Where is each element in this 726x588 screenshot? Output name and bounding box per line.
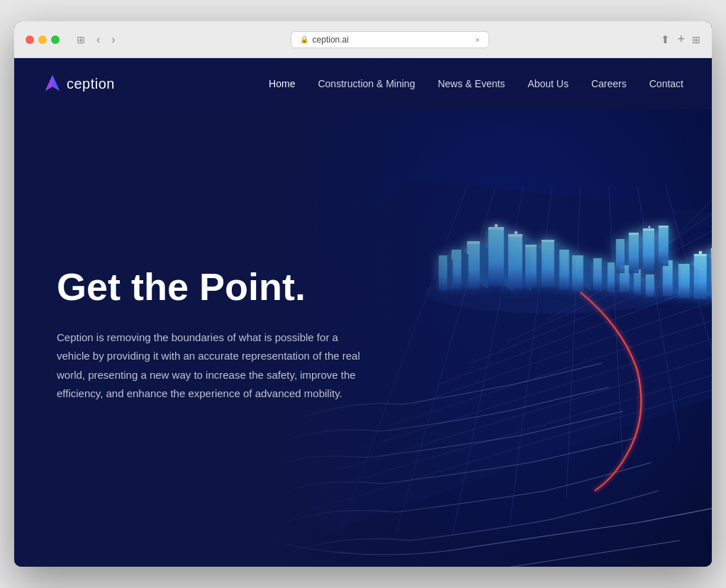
address-bar-wrap: 🔒 ception.ai × [127, 31, 653, 48]
share-icon[interactable]: ⬆ [661, 33, 670, 46]
browser-chrome: ⊞ ‹ › 🔒 ception.ai × ⬆ + ⊞ [14, 21, 712, 58]
minimize-window-button[interactable] [38, 35, 47, 44]
nav-construction[interactable]: Construction & Mining [318, 78, 415, 89]
close-window-button[interactable] [26, 35, 34, 44]
navbar: ception Home Construction & Mining News … [14, 58, 712, 109]
hero-description: Ception is removing the boundaries of wh… [57, 328, 369, 403]
hero-title: Get the Point. [57, 265, 425, 309]
hero-content: Get the Point. Ception is removing the b… [57, 236, 425, 403]
new-tab-icon[interactable]: + [677, 32, 685, 47]
website-content: ception Home Construction & Mining News … [14, 58, 712, 567]
tab-close-button[interactable]: × [475, 35, 479, 44]
back-button[interactable]: ‹ [94, 32, 103, 48]
nav-contact[interactable]: Contact [649, 78, 683, 89]
nav-news[interactable]: News & Events [437, 78, 505, 89]
traffic-lights [26, 35, 60, 44]
lock-icon: 🔒 [300, 35, 308, 43]
nav-links: Home Construction & Mining News & Events… [269, 78, 683, 89]
svg-marker-78 [52, 75, 60, 91]
sidebar-toggle-icon[interactable]: ⊞ [74, 33, 88, 47]
nav-careers[interactable]: Careers [591, 78, 627, 89]
nav-home[interactable]: Home [269, 78, 295, 89]
nav-about[interactable]: About Us [527, 78, 569, 89]
browser-controls: ⊞ ‹ › [74, 32, 118, 48]
svg-marker-77 [45, 75, 52, 91]
logo-icon [43, 74, 62, 94]
address-bar[interactable]: 🔒 ception.ai × [291, 31, 489, 48]
forward-button[interactable]: › [108, 32, 118, 48]
logo[interactable]: ception [43, 74, 115, 94]
logo-text: ception [67, 76, 115, 92]
tab-grid-icon[interactable]: ⊞ [692, 34, 700, 45]
browser-actions: ⬆ + ⊞ [661, 32, 700, 47]
url-text: ception.ai [313, 35, 349, 45]
browser-window: ⊞ ‹ › 🔒 ception.ai × ⬆ + ⊞ [14, 21, 712, 567]
hero-section: Get the Point. Ception is removing the b… [14, 58, 712, 567]
fullscreen-window-button[interactable] [51, 35, 60, 44]
